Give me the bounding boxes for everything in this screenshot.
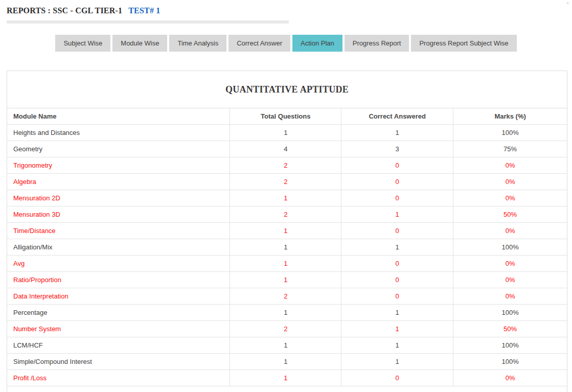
scrollbar-up-icon[interactable]: ▲	[565, 1, 570, 5]
tab-action-plan[interactable]: Action Plan	[292, 35, 342, 52]
marks-cell: 100%	[453, 354, 567, 370]
module-name-cell: Mensuration 3D	[7, 206, 230, 223]
module-name-cell: Time/Distance	[7, 223, 230, 239]
marks-cell: 0%	[453, 223, 567, 239]
table-row: Algebra 2 0 0%	[7, 174, 567, 190]
total-questions-cell: 1	[230, 305, 341, 321]
column-header-marks: Marks (%)	[453, 108, 567, 125]
correct-answered-cell: 0	[341, 190, 453, 206]
table-row: Geometry 4 3 75%	[7, 141, 567, 157]
tab-progress-report-subject-wise[interactable]: Progress Report Subject Wise	[411, 35, 516, 52]
page-title: REPORTS : SSC - CGL TIER-1TEST# 1	[7, 6, 161, 15]
module-name-cell: Ratio/Proportion	[7, 272, 230, 288]
total-questions-cell: 1	[230, 354, 341, 370]
total-questions-cell: 2	[230, 206, 341, 223]
correct-answered-cell: 0	[341, 288, 453, 305]
correct-answered-cell: 0	[341, 256, 453, 272]
module-name-cell: Simple/Compound Interest	[7, 354, 230, 370]
header-divider-bar	[7, 20, 289, 24]
correct-answered-cell: 0	[341, 174, 453, 190]
report-panel: QUANTITATIVE APTITUDE Module Name Total …	[7, 71, 567, 392]
column-header-module-name: Module Name	[7, 108, 230, 125]
correct-answered-cell: 0	[341, 223, 453, 239]
action-plan-table: Module Name Total Questions Correct Answ…	[7, 108, 567, 386]
marks-cell: 0%	[453, 288, 567, 305]
module-name-cell: Profit /Loss	[7, 370, 230, 386]
total-questions-cell: 2	[230, 157, 341, 174]
tab-progress-report[interactable]: Progress Report	[345, 35, 409, 52]
correct-answered-cell: 0	[341, 157, 453, 174]
marks-cell: 0%	[453, 157, 567, 174]
total-questions-cell: 1	[230, 370, 341, 386]
total-questions-cell: 1	[230, 256, 341, 272]
module-name-cell: LCM/HCF	[7, 337, 230, 354]
table-row: Trigonometry 2 0 0%	[7, 157, 567, 174]
table-row: Profit /Loss 1 0 0%	[7, 370, 567, 386]
marks-cell: 0%	[453, 190, 567, 206]
table-row: Avg 1 0 0%	[7, 256, 567, 272]
reports-title: REPORTS : SSC - CGL TIER-1	[7, 6, 122, 15]
marks-cell: 100%	[453, 337, 567, 354]
module-name-cell: Percentage	[7, 305, 230, 321]
marks-cell: 75%	[453, 141, 567, 157]
module-name-cell: Trigonometry	[7, 157, 230, 174]
table-header-row: Module Name Total Questions Correct Answ…	[7, 108, 567, 125]
module-name-cell: Geometry	[7, 141, 230, 157]
module-name-cell: Number System	[7, 321, 230, 337]
marks-cell: 100%	[453, 125, 567, 141]
table-row: Mensuration 2D 1 0 0%	[7, 190, 567, 206]
correct-answered-cell: 0	[341, 272, 453, 288]
marks-cell: 50%	[453, 206, 567, 223]
correct-answered-cell: 1	[341, 239, 453, 256]
report-tab-bar: Subject WiseModule WiseTime AnalysisCorr…	[0, 35, 572, 52]
module-name-cell: Alligation/Mix	[7, 239, 230, 256]
table-row: Heights and Distances 1 1 100%	[7, 125, 567, 141]
marks-cell: 100%	[453, 305, 567, 321]
table-row: Data Interpretation 2 0 0%	[7, 288, 567, 305]
test-number-link[interactable]: TEST# 1	[128, 6, 160, 15]
table-row: Percentage 1 1 100%	[7, 305, 567, 321]
total-questions-cell: 1	[230, 337, 341, 354]
correct-answered-cell: 1	[341, 321, 453, 337]
total-questions-cell: 2	[230, 174, 341, 190]
marks-cell: 0%	[453, 174, 567, 190]
marks-cell: 100%	[453, 239, 567, 256]
total-questions-cell: 2	[230, 288, 341, 305]
column-header-correct-answered: Correct Answered	[341, 108, 453, 125]
tab-subject-wise[interactable]: Subject Wise	[55, 35, 110, 52]
table-row: LCM/HCF 1 1 100%	[7, 337, 567, 354]
correct-answered-cell: 0	[341, 370, 453, 386]
table-row: Number System 2 1 50%	[7, 321, 567, 337]
section-title: QUANTITATIVE APTITUDE	[7, 71, 567, 108]
correct-answered-cell: 1	[341, 125, 453, 141]
tab-time-analysis[interactable]: Time Analysis	[169, 35, 226, 52]
correct-answered-cell: 1	[341, 206, 453, 223]
total-questions-cell: 1	[230, 272, 341, 288]
table-row: Mensuration 3D 2 1 50%	[7, 206, 567, 223]
table-row: Simple/Compound Interest 1 1 100%	[7, 354, 567, 370]
module-name-cell: Avg	[7, 256, 230, 272]
correct-answered-cell: 1	[341, 305, 453, 321]
tab-module-wise[interactable]: Module Wise	[112, 35, 167, 52]
table-row: Alligation/Mix 1 1 100%	[7, 239, 567, 256]
module-name-cell: Data Interpretation	[7, 288, 230, 305]
column-header-total-questions: Total Questions	[230, 108, 341, 125]
correct-answered-cell: 1	[341, 354, 453, 370]
marks-cell: 0%	[453, 370, 567, 386]
total-questions-cell: 4	[230, 141, 341, 157]
table-row: Time/Distance 1 0 0%	[7, 223, 567, 239]
correct-answered-cell: 1	[341, 337, 453, 354]
tab-correct-answer[interactable]: Correct Answer	[228, 35, 290, 52]
marks-cell: 0%	[453, 272, 567, 288]
module-name-cell: Heights and Distances	[7, 125, 230, 141]
total-questions-cell: 2	[230, 321, 341, 337]
total-questions-cell: 1	[230, 223, 341, 239]
marks-cell: 50%	[453, 321, 567, 337]
total-questions-cell: 1	[230, 125, 341, 141]
module-name-cell: Mensuration 2D	[7, 190, 230, 206]
correct-answered-cell: 3	[341, 141, 453, 157]
total-questions-cell: 1	[230, 239, 341, 256]
total-questions-cell: 1	[230, 190, 341, 206]
marks-cell: 0%	[453, 256, 567, 272]
table-row: Ratio/Proportion 1 0 0%	[7, 272, 567, 288]
